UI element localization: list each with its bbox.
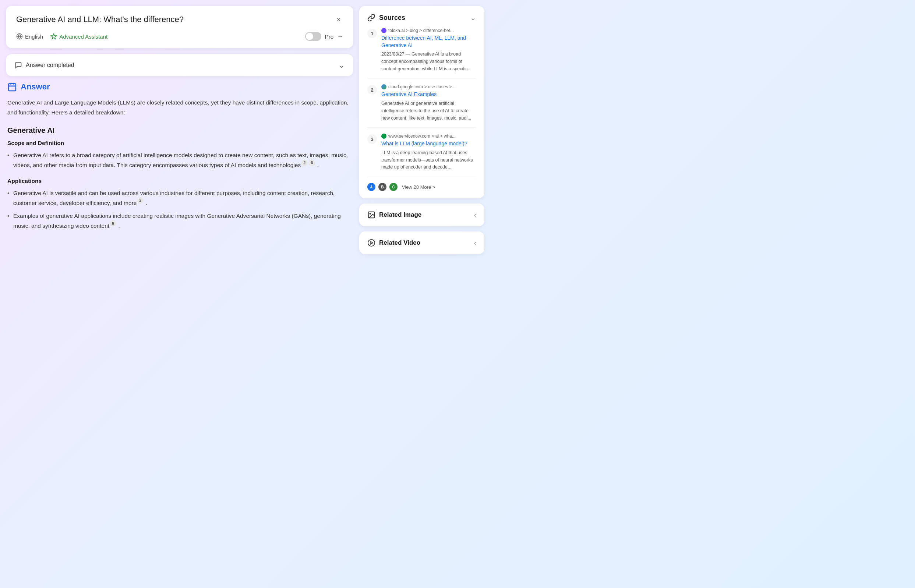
pro-toggle: Pro →	[305, 32, 343, 41]
answer-heading-text: Answer	[21, 82, 50, 92]
sources-header: Sources ⌄	[367, 13, 476, 22]
search-title: Generative AI and LLM: What's the differ…	[16, 15, 334, 24]
subsection-applications: Applications	[7, 178, 352, 184]
answer-heading: Answer	[7, 82, 352, 92]
language-option[interactable]: English	[16, 33, 43, 40]
related-image-card[interactable]: Related Image ‹	[359, 204, 484, 226]
sources-title: Sources	[367, 14, 405, 22]
link-icon	[367, 14, 375, 22]
svg-point-7	[370, 213, 371, 215]
sources-title-text: Sources	[379, 14, 405, 22]
source-domain-1: toloka.ai > blog > difference-bet...	[388, 28, 454, 33]
advanced-assistant-option[interactable]: Advanced Assistant	[50, 33, 107, 40]
source-domain-3: www.servicenow.com > ai > wha...	[388, 134, 456, 139]
source-link-2[interactable]: Generative AI Examples	[381, 91, 476, 98]
close-button[interactable]: ×	[334, 15, 343, 25]
advanced-assistant-label: Advanced Assistant	[59, 34, 107, 40]
favicon-google	[381, 84, 386, 89]
source-item-3: 3 www.servicenow.com > ai > wha... What …	[367, 134, 476, 177]
favicon-servicenow	[381, 134, 386, 139]
language-label: English	[25, 34, 43, 40]
related-image-title: Related Image	[367, 211, 422, 219]
svg-rect-2	[8, 84, 16, 91]
chevron-down-icon: ⌄	[338, 61, 344, 69]
calendar-icon	[7, 82, 17, 92]
main-content: Generative AI and LLM: What's the differ…	[6, 6, 359, 582]
related-video-title: Related Video	[367, 239, 420, 247]
section-title-generative-ai: Generative AI	[7, 126, 352, 135]
cite-2: 2	[301, 160, 308, 166]
image-icon	[367, 211, 375, 219]
cite-2b: 2	[137, 197, 144, 204]
source-number-2: 2	[367, 85, 377, 95]
answer-intro: Generative AI and Large Language Models …	[7, 97, 352, 117]
source-item-1: 1 toloka.ai > blog > difference-bet... D…	[367, 28, 476, 78]
source-url-3: www.servicenow.com > ai > wha...	[381, 134, 476, 139]
related-video-header: Related Video ‹	[367, 239, 476, 247]
source-content-1: toloka.ai > blog > difference-bet... Dif…	[381, 28, 476, 72]
source-item-2: 2 cloud.google.com > use-cases > ... Gen…	[367, 84, 476, 128]
related-image-header: Related Image ‹	[367, 211, 476, 219]
source-number-1: 1	[367, 29, 377, 38]
svg-point-8	[368, 239, 375, 246]
source-number-3: 3	[367, 134, 377, 144]
answer-status-left: Answer completed	[15, 61, 74, 69]
collapse-sources-icon[interactable]: ⌄	[470, 13, 476, 22]
source-domain-2: cloud.google.com > use-cases > ...	[388, 84, 457, 89]
related-video-title-text: Related Video	[379, 239, 420, 247]
source-content-3: www.servicenow.com > ai > wha... What is…	[381, 134, 476, 171]
scope-bullet-list: Generative AI refers to a broad category…	[7, 150, 352, 170]
sources-footer: A B C View 28 More >	[367, 183, 476, 191]
source-desc-3: LLM is a deep learning-based AI that use…	[381, 150, 473, 170]
cite-6b: 6	[110, 220, 116, 227]
avatar-1: A	[367, 183, 375, 191]
arrow-right-icon: →	[337, 33, 343, 40]
video-icon	[367, 239, 375, 247]
search-footer: English Advanced Assistant Pro →	[16, 32, 343, 41]
toggle-switch[interactable]	[305, 32, 321, 41]
source-content-2: cloud.google.com > use-cases > ... Gener…	[381, 84, 476, 121]
search-card: Generative AI and LLM: What's the differ…	[6, 6, 353, 48]
source-link-3[interactable]: What is LLM (large language model)?	[381, 140, 476, 147]
sparkle-icon	[50, 33, 57, 40]
app-bullet-2-text: Examples of generative AI applications i…	[13, 213, 341, 229]
subsection-scope-definition: Scope and Definition	[7, 140, 352, 147]
scope-bullet-1: Generative AI refers to a broad category…	[7, 150, 352, 170]
pro-label: Pro	[325, 34, 333, 40]
search-options: English Advanced Assistant	[16, 33, 107, 40]
related-image-title-text: Related Image	[379, 211, 422, 218]
avatar-2: B	[378, 183, 386, 191]
app-bullet-1-text: Generative AI is versatile and can be us…	[13, 190, 335, 206]
view-more-sources[interactable]: View 28 More >	[402, 184, 435, 190]
related-video-card[interactable]: Related Video ‹	[359, 231, 484, 254]
chevron-left-video-icon: ‹	[474, 239, 476, 247]
chevron-left-image-icon: ‹	[474, 211, 476, 219]
search-header: Generative AI and LLM: What's the differ…	[16, 15, 343, 25]
applications-bullet-1: Generative AI is versatile and can be us…	[7, 188, 352, 208]
globe-icon	[16, 33, 23, 40]
sidebar: Sources ⌄ 1 toloka.ai > blog > differenc…	[359, 6, 484, 582]
source-desc-2: Generative AI or generative artificial i…	[381, 101, 472, 121]
answer-section: Answer Generative AI and Large Language …	[6, 82, 353, 238]
avatar-3: C	[390, 183, 398, 191]
answer-status-card[interactable]: Answer completed ⌄	[6, 54, 353, 76]
cite-6: 6	[309, 160, 315, 166]
source-link-1[interactable]: Difference between AI, ML, LLM, and Gene…	[381, 35, 476, 49]
answer-status-label: Answer completed	[26, 62, 74, 68]
applications-bullet-2: Examples of generative AI applications i…	[7, 211, 352, 231]
sources-card: Sources ⌄ 1 toloka.ai > blog > differenc…	[359, 6, 484, 198]
source-url-1: toloka.ai > blog > difference-bet...	[381, 28, 476, 33]
chat-icon	[15, 61, 22, 69]
svg-marker-9	[371, 241, 373, 244]
source-url-2: cloud.google.com > use-cases > ...	[381, 84, 476, 89]
scope-bullet-1-text: Generative AI refers to a broad category…	[13, 152, 348, 168]
source-desc-1: 2023/08/27 — Generative AI is a broad co…	[381, 52, 472, 71]
applications-bullet-list: Generative AI is versatile and can be us…	[7, 188, 352, 231]
favicon-toloka	[381, 28, 386, 33]
